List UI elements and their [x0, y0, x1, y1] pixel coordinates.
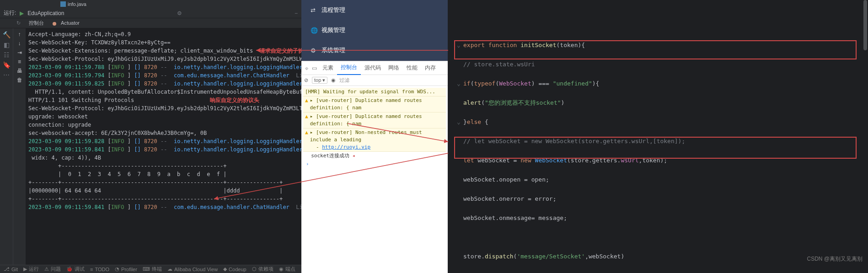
console-line: Sec-WebSocket-Key: TCXDWz8yl8Txcn2e+8yCt…	[28, 38, 299, 47]
trash-icon[interactable]: 🗑	[17, 77, 22, 83]
problems-tab[interactable]: ⚠ 问题	[44, 266, 61, 273]
console-area: 🔨 ◧ ☷ 🔖 ⋯ ↑ ↓ ⇥ ≡ 🖶 🗑 Accept-Language: z…	[0, 28, 301, 265]
endpoint-tab[interactable]: ◉ 端点	[279, 266, 295, 273]
admin-sidebar: ⇄流程管理 🌐视频管理 ⚙系统管理	[301, 0, 448, 61]
svg-point-1	[53, 22, 56, 26]
tab-label: info.java	[68, 1, 86, 7]
gear-icon[interactable]: ⚙	[177, 10, 182, 16]
console-line: widx: 4, cap: 4)), 4B	[28, 154, 299, 162]
run-label: 运行:	[4, 9, 16, 17]
device-icon[interactable]: ▭	[310, 62, 319, 74]
build-icon[interactable]: 🔨	[3, 31, 10, 38]
context-select[interactable]: top ▾	[312, 77, 327, 84]
console-line: |00000000| 64 64 64 64 |dddd |	[28, 187, 299, 195]
tab-memory[interactable]: 内存	[421, 61, 439, 75]
code-editor-panel: ⌄export function initSocket(token){ // s…	[448, 0, 868, 273]
scroll-icon[interactable]: ≡	[18, 59, 21, 65]
nav-video[interactable]: 🌐视频管理	[301, 20, 448, 40]
console-line: connection: upgrade	[28, 121, 299, 129]
hmr-message: [HMR] Waiting for update signal from WDS…	[303, 88, 446, 96]
console-tab[interactable]: 控制台	[26, 18, 47, 28]
tab-source[interactable]: 源代码	[361, 61, 385, 75]
run-config-name[interactable]: EduApplication	[27, 10, 64, 16]
warn-icon: ▲	[305, 129, 308, 151]
play-icon: ▶	[20, 10, 24, 16]
warn-row-2: ▲▸ [vue-router] Duplicate named routes d…	[303, 112, 446, 128]
console-line: Sec-WebSocket-Extensions: permessage-def…	[28, 47, 299, 55]
devtools-console-body[interactable]: [HMR] Waiting for update signal from WDS…	[301, 86, 448, 273]
csdn-watermark: CSDN @离别又见离别	[807, 255, 863, 263]
minimize-icon[interactable]: −	[295, 10, 298, 16]
editor-tabs: info.java	[0, 0, 301, 8]
console-line: 2023-03-09 09:11:59.841 [INFO ] [] 8720 …	[28, 203, 299, 211]
globe-icon: 🌐	[311, 27, 317, 34]
arrow-tip-icon: ◂	[352, 152, 355, 160]
console-line: 2023-03-09 09:11:59.794 [INFO ] [] 8720 …	[28, 71, 299, 80]
eye-icon[interactable]: ◉	[331, 77, 336, 83]
terminal-tab[interactable]: ⌨ 终端	[143, 266, 162, 273]
db-icon[interactable]: ◧	[3, 41, 10, 48]
profiler-tab[interactable]: ◔ Profiler	[115, 266, 137, 272]
console-line: +--------+------------------------------…	[28, 178, 299, 187]
console-line: 2023-03-09 09:11:59.841 [INFO ] [] 8720 …	[28, 145, 299, 154]
alibaba-tab[interactable]: ☁ Alibaba Cloud View	[167, 266, 218, 272]
up-icon[interactable]: ↑	[18, 31, 21, 37]
inspect-icon[interactable]: ⟐	[303, 62, 310, 74]
nav-flow[interactable]: ⇄流程管理	[301, 0, 448, 20]
devtools-subbar: ⊘ top ▾ ◉ 过滤	[301, 75, 448, 86]
console-line: Accept-Language: zh-CN,zh;q=0.9	[28, 30, 299, 38]
devtools: ⟐ ▭ 元素 控制台 源代码 网络 性能 内存 ⊘ top ▾ ◉ 过滤 [HM…	[301, 61, 448, 273]
warn-row-1: ▲▸ [vue-router] Duplicate named routes d…	[303, 96, 446, 112]
console-gutter: ↑ ↓ ⇥ ≡ 🖶 🗑	[13, 28, 26, 265]
gear-icon: ⚙	[311, 47, 317, 54]
down-icon[interactable]: ↓	[18, 40, 21, 47]
rerun-icon[interactable]: ↻	[14, 19, 23, 27]
console-line: HTTP/1.1, content: UnpooledByteBufAlloca…	[28, 88, 299, 96]
console-line: 2023-03-09 09:11:59.828 [INFO ] [] 8720 …	[28, 137, 299, 145]
nav-label: 流程管理	[321, 6, 345, 14]
tab-info-java[interactable]: info.java	[57, 0, 90, 8]
console-line: sec-websocket-accept: 6E/Zk3Y2jnC0X8bwhA…	[28, 129, 299, 137]
console-line: 2023-03-09 09:11:59.825 [INFO ] [] 8720 …	[28, 80, 299, 88]
code-area[interactable]: ⌄export function initSocket(token){ // s…	[448, 0, 868, 273]
browser-panel: ⇄流程管理 🌐视频管理 ⚙系统管理 ⟐ ▭ 元素 控制台 源代码 网络 性能 内…	[301, 0, 448, 273]
ruoyi-link[interactable]: http://ruoyi.vip	[322, 144, 370, 150]
console-line: Sec-WebSocket-Protocol: eyJhbGciOiJIUzUx…	[28, 55, 299, 63]
warn-icon: ▲	[305, 113, 308, 128]
tab-elements[interactable]: 元素	[319, 61, 337, 75]
main-gutter: 🔨 ◧ ☷ 🔖 ⋯	[0, 28, 13, 265]
tab-perf[interactable]: 性能	[403, 61, 421, 75]
tab-network[interactable]: 网络	[385, 61, 403, 75]
todo-tab[interactable]: ≡ TODO	[90, 267, 109, 272]
dep-tab[interactable]: ⬡ 依赖项	[252, 266, 273, 273]
actuator-tab[interactable]: Actuator	[49, 19, 85, 27]
debug-tab[interactable]: 🐞 调试	[66, 266, 85, 273]
git-tab[interactable]: ⎇ Git	[4, 266, 18, 272]
bookmark-icon[interactable]: 🔖	[3, 61, 10, 69]
console-line: | 0 1 2 3 4 5 6 7 8 9 a b c d e f |	[28, 170, 299, 178]
intellij-panel: info.java 运行: ▶ EduApplication ⚙ − ↻ 控制台…	[0, 0, 301, 273]
run-toolbar: 运行: ▶ EduApplication ⚙ −	[0, 8, 301, 18]
svg-rect-0	[60, 1, 66, 7]
wrap-icon[interactable]: ⇥	[17, 49, 22, 56]
console-prompt[interactable]: ›	[303, 160, 446, 168]
run-btab[interactable]: ▶ 运行	[23, 266, 39, 273]
nav-label: 视频管理	[321, 26, 345, 34]
flow-icon: ⇄	[311, 7, 317, 14]
console-output[interactable]: Accept-Language: zh-CN,zh;q=0.9Sec-WebSo…	[26, 28, 301, 265]
java-file-icon	[60, 1, 66, 7]
filter-placeholder[interactable]: 过滤	[339, 77, 349, 84]
print-icon[interactable]: 🖶	[17, 68, 22, 74]
warn-row-3: ▲▸ [vue-router] Non-nested routes must i…	[303, 128, 446, 152]
clear-icon[interactable]: ⊘	[304, 77, 308, 83]
console-line: upgrade: websocket	[28, 112, 299, 121]
console-line: Sec-WebSocket-Protocol: eyJhbGciOiJIUzUx…	[28, 104, 299, 112]
codeup-tab[interactable]: ◆ Codeup	[223, 266, 246, 272]
more-icon[interactable]: ⋯	[3, 71, 10, 79]
tab-console[interactable]: 控制台	[337, 61, 361, 75]
nav-system[interactable]: ⚙系统管理	[301, 40, 448, 60]
struct-icon[interactable]: ☷	[3, 51, 10, 59]
console-line: 2023-03-09 09:11:59.788 [INFO ] [] 8720 …	[28, 63, 299, 71]
console-line: +--------+------------------------------…	[28, 195, 299, 203]
scrollbar-thumb[interactable]	[863, 0, 867, 50]
